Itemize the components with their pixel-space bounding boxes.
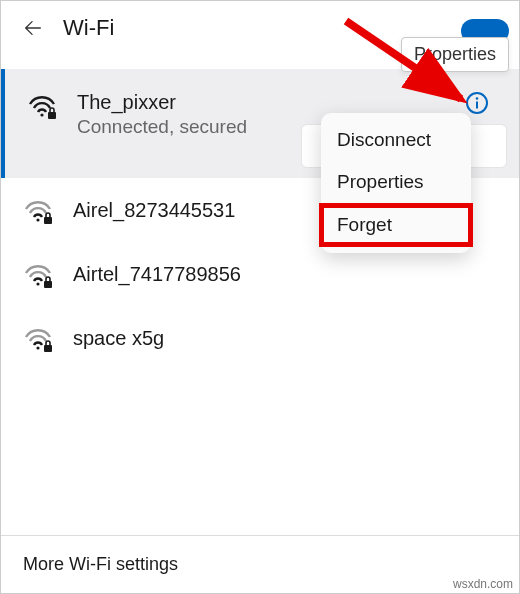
info-tooltip: Properties bbox=[401, 37, 509, 72]
network-name: Airel_8273445531 bbox=[73, 199, 235, 222]
network-name: space x5g bbox=[73, 327, 164, 350]
svg-rect-1 bbox=[48, 112, 56, 119]
more-settings-link[interactable]: More Wi-Fi settings bbox=[1, 535, 519, 593]
wifi-secured-icon bbox=[27, 95, 57, 119]
svg-point-7 bbox=[36, 282, 39, 285]
svg-point-0 bbox=[40, 113, 43, 116]
svg-rect-8 bbox=[44, 281, 52, 288]
page-title: Wi-Fi bbox=[63, 15, 114, 41]
wifi-secured-icon bbox=[23, 200, 53, 224]
svg-point-5 bbox=[36, 218, 39, 221]
menu-forget[interactable]: Forget bbox=[319, 203, 473, 247]
wifi-secured-icon bbox=[23, 264, 53, 288]
network-name: The_pixxer bbox=[77, 91, 247, 114]
svg-rect-4 bbox=[476, 102, 478, 109]
context-menu: Disconnect Properties Forget bbox=[321, 113, 471, 253]
svg-rect-6 bbox=[44, 217, 52, 224]
network-text: The_pixxer Connected, secured bbox=[77, 91, 247, 138]
wifi-secured-icon bbox=[23, 328, 53, 352]
menu-properties[interactable]: Properties bbox=[321, 161, 471, 203]
svg-point-9 bbox=[36, 346, 39, 349]
info-icon[interactable] bbox=[465, 91, 489, 115]
back-icon[interactable] bbox=[21, 16, 45, 40]
menu-disconnect[interactable]: Disconnect bbox=[321, 119, 471, 161]
svg-point-3 bbox=[476, 97, 479, 100]
network-name: Airtel_7417789856 bbox=[73, 263, 241, 286]
network-status: Connected, secured bbox=[77, 116, 247, 138]
svg-rect-10 bbox=[44, 345, 52, 352]
network-item[interactable]: space x5g bbox=[1, 306, 519, 370]
watermark: wsxdn.com bbox=[453, 577, 513, 591]
